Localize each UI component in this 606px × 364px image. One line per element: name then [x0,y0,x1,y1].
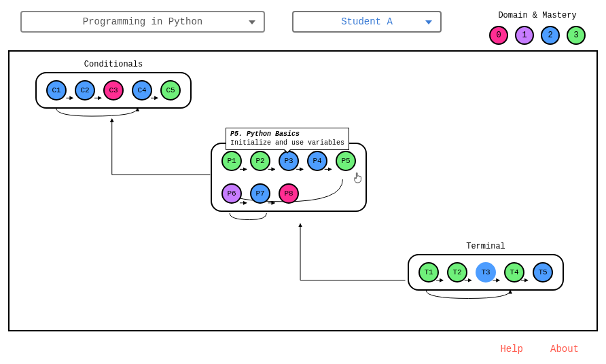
node-p2[interactable]: P2 [250,151,270,171]
node-p1[interactable]: P1 [221,151,242,171]
node-t1[interactable]: T1 [418,262,439,283]
node-p4[interactable]: P4 [307,151,327,171]
node-c5[interactable]: C5 [160,80,181,101]
node-t4[interactable]: T4 [504,262,524,283]
group-conditionals: Conditionals C1 C2 C3 C4 C5 [35,72,192,109]
tooltip-desc: Initialize and use variables [230,139,344,148]
legend-level-2: 2 [541,26,560,45]
student-dropdown[interactable]: Student A [292,11,442,33]
group-terminal: Terminal T1 T2 T3 T4 T5 [408,254,564,291]
node-p3[interactable]: P3 [279,151,299,171]
legend-title: Domain & Mastery [489,11,586,20]
legend: Domain & Mastery 0 1 2 3 [489,11,586,45]
node-t3[interactable]: T3 [476,262,496,283]
node-p6[interactable]: P6 [221,183,242,204]
legend-level-0: 0 [489,26,508,45]
group-label: Conditionals [84,60,143,69]
graph-canvas: Conditionals C1 C2 C3 C4 C5 Python Basic… [8,50,598,331]
tooltip-title: P5. Python Basics [230,130,344,139]
tooltip-p5: P5. Python Basics Initialize and use var… [226,128,349,150]
student-dropdown-label: Student A [341,16,393,27]
node-t2[interactable]: T2 [447,262,467,283]
node-p5[interactable]: P5 [336,151,356,171]
course-dropdown[interactable]: Programming in Python [20,11,265,33]
node-p7[interactable]: P7 [250,183,270,204]
node-c3[interactable]: C3 [103,80,124,101]
course-dropdown-label: Programming in Python [83,16,202,27]
legend-level-1: 1 [515,26,534,45]
about-link[interactable]: About [550,344,579,354]
node-p8[interactable]: P8 [279,183,299,204]
node-t5[interactable]: T5 [533,262,553,283]
node-c4[interactable]: C4 [132,80,152,101]
chevron-down-icon [425,16,432,27]
help-link[interactable]: Help [500,344,523,354]
chevron-down-icon [249,16,255,27]
node-c1[interactable]: C1 [46,80,67,101]
group-label: Terminal [466,242,505,251]
node-c2[interactable]: C2 [75,80,95,101]
legend-level-3: 3 [567,26,586,45]
